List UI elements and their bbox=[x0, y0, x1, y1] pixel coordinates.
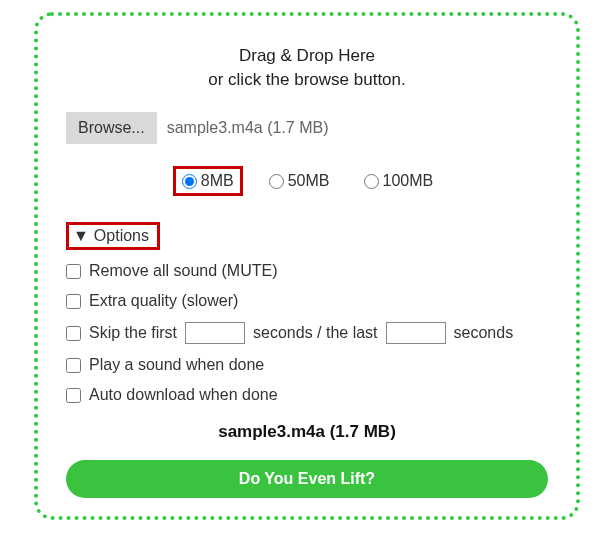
options-list: Remove all sound (MUTE) Extra quality (s… bbox=[66, 262, 548, 404]
checkbox-mute[interactable] bbox=[66, 264, 81, 279]
label-skip-suffix: seconds bbox=[454, 324, 514, 342]
checkbox-extra-quality[interactable] bbox=[66, 294, 81, 309]
input-skip-last[interactable] bbox=[386, 322, 446, 344]
size-radio-50mb[interactable] bbox=[269, 174, 284, 189]
size-radio-row: 8MB 50MB 100MB bbox=[66, 166, 548, 196]
drop-title: Drag & Drop Here bbox=[66, 46, 548, 66]
size-option-100mb[interactable]: 100MB bbox=[356, 166, 442, 196]
option-play-sound[interactable]: Play a sound when done bbox=[66, 356, 548, 374]
upload-panel: Drag & Drop Here or click the browse but… bbox=[34, 12, 580, 520]
size-label-100mb: 100MB bbox=[383, 172, 434, 190]
drop-subtitle: or click the browse button. bbox=[66, 70, 548, 90]
size-radio-100mb[interactable] bbox=[364, 174, 379, 189]
option-skip: Skip the first seconds / the last second… bbox=[66, 322, 548, 344]
selected-file-label: sample3.m4a (1.7 MB) bbox=[167, 119, 329, 137]
label-play-sound: Play a sound when done bbox=[89, 356, 264, 374]
file-summary: sample3.m4a (1.7 MB) bbox=[66, 422, 548, 442]
submit-button[interactable]: Do You Even Lift? bbox=[66, 460, 548, 498]
input-skip-first[interactable] bbox=[185, 322, 245, 344]
size-option-8mb[interactable]: 8MB bbox=[173, 166, 243, 196]
checkbox-play-sound[interactable] bbox=[66, 358, 81, 373]
chevron-down-icon: ▼ bbox=[73, 227, 89, 245]
label-auto-download: Auto download when done bbox=[89, 386, 278, 404]
size-label-50mb: 50MB bbox=[288, 172, 330, 190]
size-radio-8mb[interactable] bbox=[182, 174, 197, 189]
label-mute: Remove all sound (MUTE) bbox=[89, 262, 278, 280]
browse-button[interactable]: Browse... bbox=[66, 112, 157, 144]
label-skip-prefix: Skip the first bbox=[89, 324, 177, 342]
size-label-8mb: 8MB bbox=[201, 172, 234, 190]
options-toggle[interactable]: ▼ Options bbox=[66, 222, 160, 250]
option-mute[interactable]: Remove all sound (MUTE) bbox=[66, 262, 548, 280]
options-toggle-label: Options bbox=[94, 227, 149, 245]
option-auto-download[interactable]: Auto download when done bbox=[66, 386, 548, 404]
file-row: Browse... sample3.m4a (1.7 MB) bbox=[66, 112, 548, 144]
option-extra-quality[interactable]: Extra quality (slower) bbox=[66, 292, 548, 310]
label-skip-mid: seconds / the last bbox=[253, 324, 378, 342]
size-option-50mb[interactable]: 50MB bbox=[261, 166, 338, 196]
checkbox-auto-download[interactable] bbox=[66, 388, 81, 403]
checkbox-skip[interactable] bbox=[66, 326, 81, 341]
label-extra-quality: Extra quality (slower) bbox=[89, 292, 238, 310]
